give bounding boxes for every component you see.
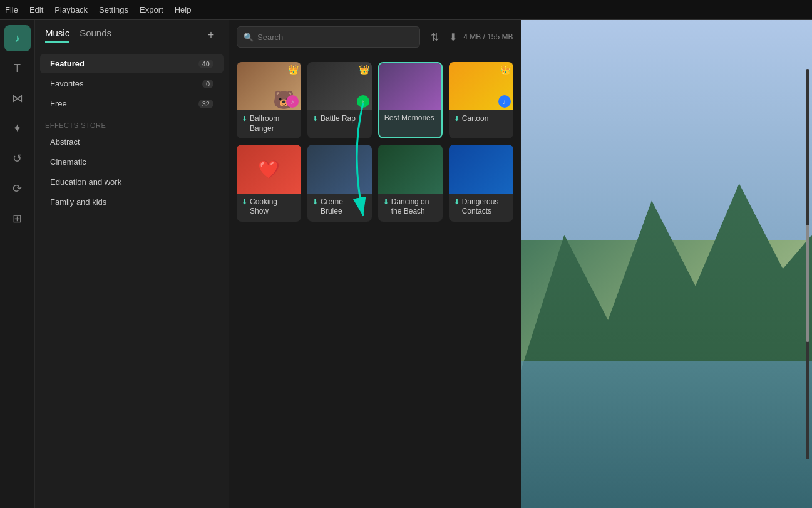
tab-music[interactable]: Music [45,28,69,43]
favorites-badge: 0 [202,80,213,88]
filter-sort-button[interactable]: ⇅ [425,28,444,46]
download-card-icon: ⬇ [454,198,460,206]
cinematic-label: Cinematic [50,157,86,167]
card-title-ballroom-banger: Ballroom Banger [250,114,296,133]
music-card-cooking-show[interactable]: ❤️ ⬇ Cooking Show [237,145,301,221]
search-box[interactable]: 🔍 [237,26,420,48]
preview-lake [521,361,813,508]
music-badge-icon: ♪ [498,95,511,108]
card-title-cartoon: Cartoon [462,114,489,124]
sidebar-item-cinematic[interactable]: Cinematic [40,152,224,172]
sidebar-item-free[interactable]: Free 32 [40,94,224,113]
card-title-battle-rap: Battle Rap [321,114,356,124]
crown-icon: 👑 [359,65,369,75]
music-card-dancing-on-beach[interactable]: ⬇ Dancing on the Beach [378,145,443,221]
grid-icon: ⊞ [13,212,22,225]
sidebar-item-featured[interactable]: Featured 40 [40,54,224,73]
text-icon: T [14,62,21,75]
download-card-icon: ⬇ [383,198,389,206]
panel-tabs: Music Sounds + [35,20,229,48]
music-card-battle-rap[interactable]: 👑 ♪ ⬇ Battle Rap [307,62,372,138]
effects-store-section-label: EFFECTS STORE [35,114,229,132]
add-panel-button[interactable]: + [203,28,218,43]
search-icon: 🔍 [244,33,254,42]
music-card-cartoon[interactable]: 👑 ♪ ⬇ Cartoon [449,62,513,138]
header-actions: ⬇ 4 MB / 155 MB [449,31,513,43]
music-badge-icon: ♪ [286,95,299,108]
card-title-dancing-on-beach: Dancing on the Beach [391,197,438,217]
download-card-icon: ⬇ [312,198,318,206]
download-icon: ⬇ [449,31,457,43]
color-panel-btn[interactable]: ✦ [4,115,31,142]
menu-help[interactable]: Help [175,5,192,14]
music-panel: Music Sounds + Featured 40 Favorites 0 F… [35,20,229,508]
content-header: 🔍 ⇅ ⬇ 4 MB / 155 MB [229,20,521,54]
download-card-icon: ⬇ [242,198,247,206]
education-label: Education and work [50,177,121,187]
history-panel-btn[interactable]: ↺ [4,145,31,172]
menu-file[interactable]: File [5,5,18,14]
sync-icon: ⟳ [13,182,22,195]
menu-edit[interactable]: Edit [29,5,43,14]
card-title-dangerous-contacts: Dangerous Contacts [462,197,508,217]
preview-background [521,20,813,508]
sync-panel-btn[interactable]: ⟳ [4,175,31,202]
family-label: Family and kids [50,197,106,207]
main-layout: ♪ T ⋈ ✦ ↺ ⟳ ⊞ Music Sounds + Featured [0,20,812,508]
music-card-creme-brulee[interactable]: ⬇ Creme Brulee [307,145,372,221]
music-content-area: 🔍 ⇅ ⬇ 4 MB / 155 MB 🐻 👑 ♪ ⬇ Ballroom Ban… [229,20,521,508]
crown-icon: 👑 [288,65,299,75]
download-card-icon: ⬇ [242,115,247,123]
grid-panel-btn[interactable]: ⊞ [4,205,31,232]
preview-area [521,20,813,508]
menu-playback[interactable]: Playback [54,5,88,14]
favorites-label: Favorites [50,79,83,88]
free-badge: 32 [198,100,213,108]
sidebar-list: Featured 40 Favorites 0 Free 32 EFFECTS … [35,48,229,508]
music-card-dangerous-contacts[interactable]: ⬇ Dangerous Contacts [449,145,513,221]
icon-bar: ♪ T ⋈ ✦ ↺ ⟳ ⊞ [0,20,35,508]
magic-icon: ⋈ [12,91,23,105]
sidebar-item-education[interactable]: Education and work [40,172,224,192]
music-grid: 🐻 👑 ♪ ⬇ Ballroom Banger 👑 ♪ ⬇ Battle Rap [229,54,521,229]
effects-panel-btn[interactable]: ⋈ [4,85,31,111]
card-title-best-memories: Best Memories [384,113,434,123]
free-label: Free [50,99,67,108]
menu-settings[interactable]: Settings [99,5,128,14]
featured-label: Featured [50,59,85,68]
download-card-icon: ⬇ [312,115,318,123]
sidebar-item-favorites[interactable]: Favorites 0 [40,74,224,93]
text-panel-btn[interactable]: T [4,55,31,81]
sidebar-item-family[interactable]: Family and kids [40,192,224,212]
crown-icon: 👑 [500,65,511,75]
music-badge-icon: ♪ [357,95,369,108]
download-card-icon: ⬇ [454,115,460,123]
history-icon: ↺ [13,152,22,165]
download-info: 4 MB / 155 MB [463,33,513,41]
card-title-creme-brulee: Creme Brulee [321,197,367,217]
tab-sounds[interactable]: Sounds [80,28,111,43]
abstract-label: Abstract [50,137,80,147]
sparkle-icon: ✦ [13,122,22,135]
sidebar-item-abstract[interactable]: Abstract [40,132,224,152]
card-title-cooking-show: Cooking Show [250,197,296,217]
menu-export[interactable]: Export [140,5,163,14]
search-input[interactable] [257,33,413,42]
music-note-icon: ♪ [14,32,20,45]
featured-badge: 40 [198,60,213,68]
preview-sky [521,20,813,240]
music-panel-btn[interactable]: ♪ [4,25,31,51]
music-card-ballroom-banger[interactable]: 🐻 👑 ♪ ⬇ Ballroom Banger [237,62,301,138]
menubar: File Edit Playback Settings Export Help [0,0,812,20]
music-card-best-memories[interactable]: Best Memories [378,62,443,138]
